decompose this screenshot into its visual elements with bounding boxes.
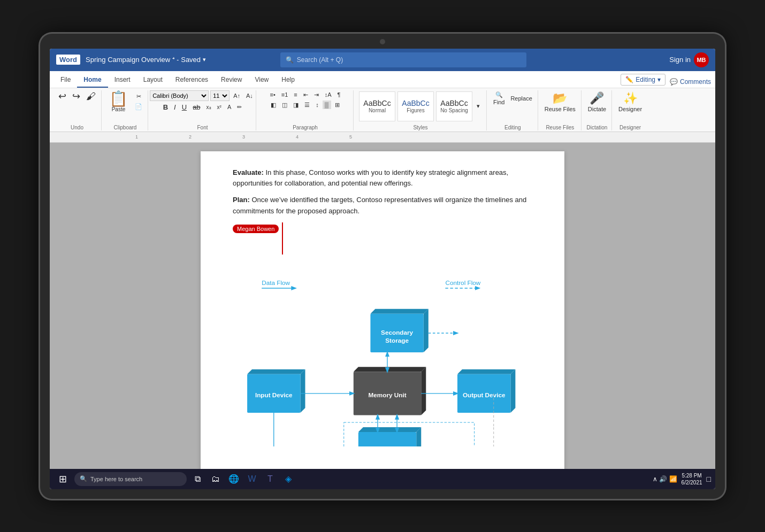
italic-button[interactable]: I	[172, 102, 178, 112]
svg-marker-5	[247, 369, 305, 374]
svg-rect-19	[358, 432, 416, 446]
paste-icon: 📋	[109, 91, 128, 106]
styles-more-button[interactable]: ▾	[475, 102, 482, 111]
shading-button[interactable]: ▒	[323, 101, 331, 109]
tab-file[interactable]: File	[54, 73, 77, 88]
edge-browser-button[interactable]: 🌐	[226, 472, 241, 487]
secondary-storage-node: Secondary Storage	[370, 309, 428, 352]
azure-button[interactable]: ◈	[281, 472, 296, 487]
tab-home[interactable]: Home	[77, 73, 108, 88]
redo-icon: ↪	[72, 91, 80, 101]
svg-marker-10	[421, 367, 426, 415]
editing-label: Editing	[636, 76, 655, 83]
dictate-button[interactable]: 🎤 Dictate	[586, 90, 608, 113]
tab-help[interactable]: Help	[275, 73, 301, 88]
replace-button[interactable]: Replace	[508, 94, 534, 103]
align-left-button[interactable]: ◧	[269, 101, 278, 110]
reuse-files-label: Reuse Files	[545, 106, 576, 112]
word-logo: Word	[56, 55, 80, 65]
taskbar-search[interactable]: 🔍 Type here to search	[74, 472, 187, 486]
bold-button[interactable]: B	[161, 102, 170, 112]
search-bar[interactable]: 🔍 Search (Alt + Q)	[280, 52, 526, 67]
redo-button[interactable]: ↪	[70, 90, 82, 102]
tab-insert[interactable]: Insert	[108, 73, 137, 88]
increase-indent-button[interactable]: ⇥	[312, 90, 321, 99]
format-painter-button[interactable]: 🖌	[84, 90, 98, 102]
font-shrink-button[interactable]: A↓	[244, 91, 255, 100]
numbered-list-button[interactable]: ≡1	[279, 90, 290, 99]
comments-label: Comments	[680, 78, 711, 86]
paste-label: Paste	[112, 106, 126, 112]
multilevel-list-button[interactable]: ≡	[292, 90, 299, 99]
undo-group: ↩ ↪ 🖌 Undo	[53, 90, 102, 130]
author-tag: Megan Bowen	[233, 225, 279, 233]
reuse-files-button[interactable]: 📂 Reuse Files	[542, 90, 578, 113]
doc-dropdown-icon[interactable]: ▾	[203, 56, 206, 63]
svg-marker-0	[370, 309, 428, 313]
paste-button[interactable]: 📋 Paste	[106, 90, 131, 113]
memory-unit-node: Memory Unit	[354, 367, 426, 415]
start-button[interactable]: ⊞	[54, 471, 71, 488]
output-device-node: Output Device	[457, 369, 515, 412]
strikethrough-button[interactable]: ab	[190, 102, 202, 112]
tab-review[interactable]: Review	[215, 73, 248, 88]
tab-view[interactable]: View	[248, 73, 275, 88]
editing-button[interactable]: ✏️ Editing ▾	[621, 74, 665, 86]
align-right-button[interactable]: ◨	[291, 101, 301, 110]
show-hide-button[interactable]: ¶	[335, 90, 343, 99]
author-tag-area: Megan Bowen	[233, 222, 532, 255]
comments-button[interactable]: 💬 Comments	[670, 78, 711, 86]
teams-button[interactable]: T	[263, 472, 278, 487]
find-button[interactable]: 🔍 Find	[491, 90, 507, 106]
task-view-button[interactable]: ⧉	[190, 472, 205, 487]
style-figures[interactable]: AaBbCc Figures	[397, 91, 434, 121]
underline-button[interactable]: U	[180, 102, 189, 112]
paragraph-group: ≡• ≡1 ≡ ⇤ ⇥ ↕A ¶ ◧ ◫ ◨ ☰ ↕ ▒ ⊞ Para	[257, 90, 354, 130]
style-normal[interactable]: AaBbCc Normal	[359, 91, 395, 121]
svg-marker-9	[354, 367, 426, 372]
tablet-frame: Word Spring Campaign Overview ⁴ - Saved …	[40, 34, 725, 499]
sort-button[interactable]: ↕A	[323, 90, 334, 99]
word-taskbar-button[interactable]: W	[244, 472, 259, 487]
input-device-node: Input Device	[247, 369, 305, 412]
notification-button[interactable]: □	[707, 475, 711, 483]
editing-group-label: Editing	[504, 125, 521, 130]
ribbon: ↩ ↪ 🖌 Undo 📋 Paste	[50, 88, 715, 132]
align-center-button[interactable]: ◫	[280, 101, 289, 110]
font-grow-button[interactable]: A↑	[231, 91, 242, 100]
font-format-row: B I U ab x₂ x² A ✏	[161, 102, 244, 112]
font-size-select[interactable]: 11	[210, 90, 230, 101]
ruler-mark-3: 3	[242, 134, 245, 140]
svg-marker-1	[424, 309, 429, 352]
font-name-select[interactable]: Calibri (Body)	[150, 90, 209, 101]
designer-button[interactable]: ✨ Designer	[616, 90, 644, 113]
sign-in-area[interactable]: Sign in MB	[669, 52, 709, 67]
ribbon-tabs: File Home Insert Layout References Revie…	[50, 71, 715, 88]
styles-label: Styles	[413, 125, 427, 130]
copy-button[interactable]: 📄	[133, 102, 144, 111]
justify-button[interactable]: ☰	[302, 101, 312, 110]
subscript-button[interactable]: x₂	[204, 103, 213, 111]
cut-button[interactable]: ✂	[133, 92, 144, 101]
tab-references[interactable]: References	[169, 73, 215, 88]
borders-button[interactable]: ⊞	[333, 101, 342, 110]
control-flow-label: Control Flow	[445, 279, 480, 286]
styles-list: AaBbCc Normal AaBbCc Figures AaBbCc No S…	[358, 90, 483, 122]
tab-layout[interactable]: Layout	[137, 73, 169, 88]
undo-button[interactable]: ↩	[56, 90, 68, 102]
align-row: ◧ ◫ ◨ ☰ ↕ ▒ ⊞	[269, 101, 341, 110]
line-spacing-button[interactable]: ↕	[313, 101, 321, 109]
file-explorer-button[interactable]: 🗂	[208, 472, 223, 487]
style-no-spacing[interactable]: AaBbCc No Spacing	[436, 91, 472, 121]
taskbar-search-placeholder: Type here to search	[90, 476, 142, 482]
decrease-indent-button[interactable]: ⇤	[301, 90, 310, 99]
undo-row: ↩ ↪ 🖌	[56, 90, 98, 102]
bullet-list-button[interactable]: ≡•	[267, 90, 277, 99]
font-color-button[interactable]: A	[225, 103, 233, 111]
highlight-button[interactable]: ✏	[235, 103, 244, 112]
style-nospacing-label: No Spacing	[440, 107, 468, 113]
title-bar: Word Spring Campaign Overview ⁴ - Saved …	[50, 49, 715, 71]
ruler-mark-2: 2	[189, 134, 192, 140]
superscript-button[interactable]: x²	[215, 103, 224, 111]
time-display: 5:28 PM 6/2/2021	[682, 472, 702, 486]
